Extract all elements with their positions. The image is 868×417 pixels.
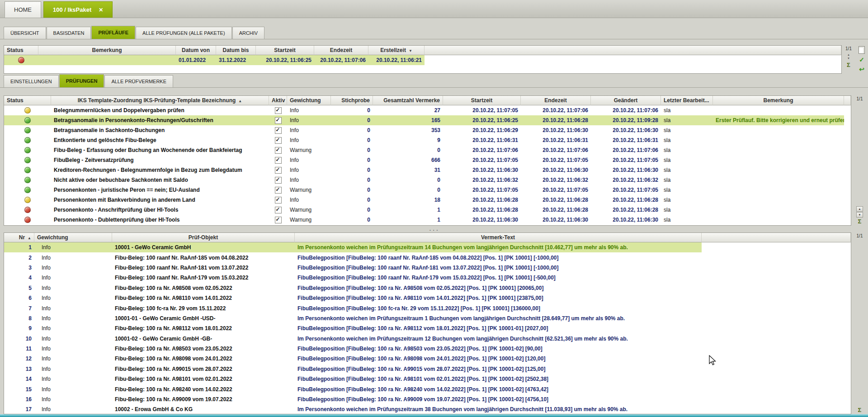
vermerk-row[interactable]: 11 Info Fibu-Beleg: 100 ra Nr. A98503 vo… bbox=[4, 344, 851, 354]
col-header-gesamtzahl-vermerke[interactable]: Gesamtzahl Vermerke bbox=[373, 96, 443, 105]
close-icon[interactable] bbox=[99, 7, 103, 13]
vermerk-row[interactable]: 14 Info Fibu-Beleg: 100 ra Nr. A98101 vo… bbox=[4, 374, 851, 384]
runs-sum-icon[interactable] bbox=[847, 62, 850, 68]
nav-tab[interactable]: ALLE PRÜFUNGEN (ALLE PAKETE) bbox=[136, 27, 232, 39]
check-bearbeiter-cell: sla bbox=[661, 155, 713, 165]
aktiv-checkbox[interactable] bbox=[275, 187, 282, 194]
vermerk-row[interactable]: 8 Info 10001-01 - GeWo Ceramic GmbH -USD… bbox=[4, 313, 851, 323]
vermerk-row[interactable]: 16 Info Fibu-Beleg: 100 ra Nr. A99009 vo… bbox=[4, 394, 851, 404]
nav-tab[interactable]: BASISDATEN bbox=[47, 27, 91, 39]
check-gewichtung-cell: Info bbox=[287, 115, 331, 125]
sub-tab[interactable]: PRÜFUNGEN bbox=[59, 74, 104, 87]
col-header-letzter-bearbeiter[interactable]: Letzter Bearbeit... bbox=[661, 96, 713, 105]
check-row[interactable]: Personenkonten - juristische Peron == ne… bbox=[4, 185, 851, 195]
checks-sum-icon[interactable] bbox=[858, 218, 862, 225]
col-header-template[interactable]: IKS Template-Zuordnung IKS-Prüfung-Templ… bbox=[51, 96, 269, 105]
check-row[interactable]: Betragsanomalie in Personenkonto-Rechnun… bbox=[4, 115, 851, 125]
check-row[interactable]: Fibu-Beleg - Erfassung oder Buchung an W… bbox=[4, 145, 851, 155]
window-tab-bar: HOME 100 / IksPaket bbox=[0, 0, 868, 18]
col-header-gewichtung[interactable]: Gewichtung bbox=[34, 233, 112, 242]
remarks-sum-icon[interactable] bbox=[858, 407, 862, 413]
col-header-pruef-objekt[interactable]: Prüf-Objekt bbox=[112, 233, 295, 242]
vermerk-nr-cell: 5 bbox=[4, 283, 34, 293]
vermerk-row[interactable]: 5 Info Fibu-Beleg: 100 ra Nr. A98508 vom… bbox=[4, 283, 851, 293]
col-header-gewichtung[interactable]: Gewichtung bbox=[287, 96, 331, 105]
col-header-endezeit[interactable]: Endezeit bbox=[521, 96, 591, 105]
tab-iks-paket[interactable]: 100 / IksPaket bbox=[43, 1, 113, 18]
sub-tab[interactable]: EINSTELLUNGEN bbox=[4, 75, 59, 87]
col-header-bemerkung[interactable]: Bemerkung bbox=[713, 96, 844, 105]
vermerk-row[interactable]: 9 Info Fibu-Beleg: 100 ra Nr. A98112 vom… bbox=[4, 323, 851, 333]
col-header-endezeit[interactable]: Endezeit bbox=[314, 46, 368, 55]
check-bemerkung-cell bbox=[713, 105, 844, 115]
check-row[interactable]: Personenkonto - Dublettenprüfung über HI… bbox=[4, 215, 851, 225]
vermerk-gewichtung-cell: Info bbox=[34, 334, 112, 344]
vermerk-row[interactable]: 1 Info 10001 - GeWo Ceramic GmbH Im Pers… bbox=[4, 242, 851, 252]
aktiv-checkbox[interactable] bbox=[275, 157, 282, 164]
check-stichprobe-cell: 0 bbox=[331, 105, 373, 115]
vermerk-row[interactable]: 2 Info Fibu-Beleg: 100 raanf Nr. RaAnf-1… bbox=[4, 252, 851, 262]
check-row[interactable]: Entkontierte und gelöschte Fibu-Belege I… bbox=[4, 135, 851, 145]
check-row[interactable]: Belegnummernlücken und Doppelvergaben pr… bbox=[4, 105, 851, 115]
pane-splitter-handle[interactable] bbox=[0, 226, 868, 232]
col-header-status[interactable]: Status bbox=[4, 96, 51, 105]
check-row[interactable]: Personenkonten mit Bankverbindung in and… bbox=[4, 195, 851, 205]
col-header-startzeit[interactable]: Startzeit bbox=[256, 46, 314, 55]
check-gewichtung-cell: Info bbox=[287, 165, 331, 175]
aktiv-checkbox[interactable] bbox=[275, 167, 282, 174]
col-header-aktiv[interactable]: Aktiv bbox=[269, 96, 287, 105]
check-row[interactable]: Kreditoren-Rechnungen - Belegnummernfolg… bbox=[4, 165, 851, 175]
col-header-erstellzeit[interactable]: Erstellzeit bbox=[368, 46, 425, 55]
undo-icon[interactable] bbox=[859, 66, 864, 73]
col-header-datum-von[interactable]: Datum von bbox=[176, 46, 216, 55]
col-header-stichprobe[interactable]: Stichprobe bbox=[331, 96, 373, 105]
check-row[interactable]: Personenkonto - Anschriftprüfung über HI… bbox=[4, 205, 851, 215]
nav-tab[interactable]: ÜBERSICHT bbox=[4, 27, 46, 39]
run-row[interactable]: 01.01.2022 31.12.2022 20.10.22, 11:06:25… bbox=[4, 55, 841, 65]
nav-tab[interactable]: PRÜFLÄUFE bbox=[91, 26, 135, 39]
tab-home[interactable]: HOME bbox=[5, 1, 41, 18]
new-page-icon[interactable] bbox=[859, 46, 865, 54]
check-row[interactable]: Betragsanomalie in Sachkonto-Buchungen I… bbox=[4, 125, 851, 135]
check-bemerkung-cell: Erster Prüflauf. Bitte korrigieren und e… bbox=[713, 115, 844, 125]
aktiv-checkbox[interactable] bbox=[275, 127, 282, 134]
check-bemerkung-cell bbox=[713, 165, 844, 175]
vermerk-row[interactable]: 4 Info Fibu-Beleg: 100 raanf Nr. RaAnf-1… bbox=[4, 273, 851, 283]
check-endezeit-cell: 20.10.22, 11:06:32 bbox=[521, 175, 591, 185]
nav-tab[interactable]: ARCHIV bbox=[232, 27, 265, 39]
aktiv-checkbox[interactable] bbox=[275, 117, 282, 124]
sub-tab[interactable]: ALLE PRÜFVERMERKE bbox=[104, 75, 173, 87]
scroll-up-button[interactable] bbox=[856, 206, 863, 212]
confirm-check-icon[interactable] bbox=[859, 56, 864, 63]
aktiv-checkbox[interactable] bbox=[275, 137, 282, 144]
vermerk-row[interactable]: 6 Info Fibu-Beleg: 100 ra Nr. A98110 vom… bbox=[4, 293, 851, 303]
check-row[interactable]: FibuBeleg - Zeitversatzprüfung Info 0 66… bbox=[4, 155, 851, 165]
runs-spinner[interactable] bbox=[847, 52, 850, 60]
aktiv-checkbox[interactable] bbox=[275, 207, 282, 213]
vermerk-row[interactable]: 15 Info Fibu-Beleg: 100 ra Nr. A98240 vo… bbox=[4, 384, 851, 394]
vermerk-row[interactable]: 17 Info 10002 - Erowa GmbH & Co KG Im Pe… bbox=[4, 404, 851, 414]
check-geaendert-cell: 20.10.22, 11:06:28 bbox=[591, 205, 661, 215]
aktiv-checkbox[interactable] bbox=[275, 107, 282, 114]
check-geaendert-cell: 20.10.22, 11:09:28 bbox=[591, 115, 661, 125]
scroll-down-button[interactable] bbox=[856, 212, 863, 218]
aktiv-checkbox[interactable] bbox=[275, 217, 282, 223]
vermerk-row[interactable]: 3 Info Fibu-Beleg: 100 raanf Nr. RaAnf-1… bbox=[4, 263, 851, 273]
window-bottom-edge bbox=[0, 414, 868, 417]
vermerk-row[interactable]: 10 Info 10001-02 - GeWo Ceramic GmbH -GB… bbox=[4, 334, 851, 344]
col-header-vermerk-text[interactable]: Vermerk-Text bbox=[295, 233, 702, 242]
col-header-geaendert[interactable]: Geändert bbox=[591, 96, 661, 105]
vermerk-row[interactable]: 13 Info Fibu-Beleg: 100 ra Nr. A99015 vo… bbox=[4, 364, 851, 374]
check-template-cell: Kreditoren-Rechnungen - Belegnummernfolg… bbox=[51, 165, 269, 175]
aktiv-checkbox[interactable] bbox=[275, 177, 282, 184]
col-header-bemerkung[interactable]: Bemerkung bbox=[38, 46, 176, 55]
col-header-nr[interactable]: Nr bbox=[4, 233, 34, 242]
col-header-status[interactable]: Status bbox=[4, 46, 38, 55]
check-row[interactable]: Nicht aktive oder bebuchbare Sachkonten … bbox=[4, 175, 851, 185]
aktiv-checkbox[interactable] bbox=[275, 197, 282, 204]
aktiv-checkbox[interactable] bbox=[275, 147, 282, 154]
col-header-startzeit[interactable]: Startzeit bbox=[443, 96, 521, 105]
vermerk-row[interactable]: 12 Info Fibu-Beleg: 100 ra Nr. A98098 vo… bbox=[4, 354, 851, 364]
vermerk-row[interactable]: 7 Info Fibu-Beleg: 100 fc-ra Nr. 29 vom … bbox=[4, 303, 851, 313]
col-header-datum-bis[interactable]: Datum bis bbox=[216, 46, 256, 55]
